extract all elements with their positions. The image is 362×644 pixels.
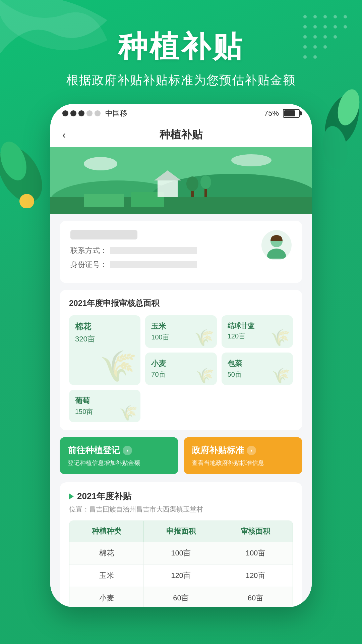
table-header-col2: 申报面积 [144, 521, 218, 542]
subsidy-header: 2021年度补贴 [69, 490, 293, 502]
contact-label: 联系方式： [70, 246, 107, 256]
battery-icon [283, 109, 300, 118]
svg-point-37 [84, 157, 117, 170]
user-name-blurred [70, 230, 137, 239]
subsidy-year-title: 2021年度补贴 [77, 490, 131, 502]
row2-declared: 120亩 [144, 565, 218, 587]
crop-card-cotton: 棉花 320亩 🌾 [69, 315, 140, 385]
crop-icon-corn: 🌾 [194, 330, 214, 346]
govt-subsidy-button[interactable]: 政府补贴标准 › 查看当地政府补贴标准信息 [184, 437, 302, 474]
svg-point-34 [186, 176, 198, 191]
signal-dot-2 [70, 110, 76, 116]
table-header-col1: 种植种类 [69, 521, 144, 542]
svg-point-36 [200, 175, 211, 189]
carrier-label: 中国移 [105, 108, 127, 118]
contact-value-blurred [110, 247, 197, 254]
svg-rect-29 [84, 194, 124, 207]
row1-crop: 棉花 [69, 542, 144, 564]
table-row-1: 棉花 100亩 100亩 [69, 542, 293, 564]
battery-fill [284, 110, 295, 116]
subsidy-btn-title: 政府补贴标准 › [192, 444, 294, 456]
signal-dot-3 [78, 110, 84, 116]
row2-approved: 120亩 [218, 565, 293, 587]
subsidy-table: 种植种类 申报面积 审核面积 棉花 100亩 100亩 玉米 120亩 120亩… [69, 521, 293, 607]
battery-percent: 75% [264, 109, 279, 118]
planting-btn-arrow: › [123, 446, 132, 455]
id-label: 身份证号： [70, 260, 107, 270]
nav-title: 种植补贴 [160, 127, 202, 142]
area-section: 2021年度申报审核总面积 棉花 320亩 🌾 玉米 100亩 🌾 [60, 290, 302, 430]
triangle-icon [69, 493, 74, 499]
user-card: 联系方式： 身份证号： [60, 221, 302, 283]
crop-icon-baicai: 🌾 [272, 368, 290, 383]
svg-point-2 [323, 15, 327, 18]
subsidy-section: 2021年度补贴 位置：昌吉回族自治州昌吉市大西渠镇玉堂村 种植种类 申报面积 … [60, 482, 302, 607]
crop-icon-wheat: 🌾 [196, 368, 214, 383]
action-buttons: 前往种植登记 › 登记种植信息增加补贴金额 政府补贴标准 › 查看当地政府补贴标… [60, 437, 302, 474]
table-row-3: 小麦 60亩 60亩 [69, 587, 293, 607]
status-right: 75% [264, 109, 300, 118]
crop-card-cabbage: 结球甘蓝 120亩 🌾 [222, 315, 293, 348]
svg-point-38 [231, 154, 272, 166]
subsidy-btn-arrow: › [247, 446, 256, 455]
crop-card-grape: 葡萄 150亩 🌾 [69, 390, 140, 422]
planting-btn-title: 前往种植登记 › [68, 444, 170, 456]
row3-crop: 小麦 [69, 587, 144, 607]
svg-point-3 [334, 15, 337, 18]
status-left: 中国移 [62, 108, 127, 118]
crop-grid: 棉花 320亩 🌾 玉米 100亩 🌾 结球甘蓝 120亩 🌾 [69, 315, 293, 422]
svg-point-40 [267, 249, 286, 259]
id-value-blurred [110, 261, 197, 268]
svg-point-1 [313, 15, 317, 18]
signal-dot-1 [62, 110, 68, 116]
crop-name-cotton: 棉花 [75, 321, 134, 332]
subsidy-location: 位置：昌吉回族自治州昌吉市大西渠镇玉堂村 [69, 505, 293, 514]
area-section-title: 2021年度申报审核总面积 [69, 298, 293, 309]
nav-bar: ‹ 种植补贴 [50, 123, 312, 147]
crop-card-baicai: 包菜 50亩 🌾 [222, 353, 293, 385]
crop-area-cotton: 320亩 [75, 334, 134, 344]
subsidy-btn-desc: 查看当地政府补贴标准信息 [192, 459, 294, 467]
status-bar: 中国移 75% [50, 104, 312, 123]
crop-icon-cabbage: 🌾 [270, 330, 290, 346]
svg-point-0 [303, 15, 307, 18]
signal-dot-4 [86, 110, 93, 116]
main-title: 种植补贴 [0, 27, 362, 67]
signal-dot-5 [95, 110, 101, 116]
crop-card-corn: 玉米 100亩 🌾 [145, 315, 217, 348]
svg-point-4 [344, 15, 347, 18]
table-header-col3: 审核面积 [218, 521, 293, 542]
table-header: 种植种类 申报面积 审核面积 [69, 521, 293, 542]
planting-btn-desc: 登记种植信息增加补贴金额 [68, 459, 170, 467]
crop-icon-grape: 🌾 [119, 406, 138, 420]
svg-point-21 [19, 194, 34, 208]
hero-image [50, 147, 312, 214]
phone-mockup: 中国移 75% ‹ 种植补贴 [50, 104, 312, 607]
contact-field: 联系方式： [70, 246, 261, 256]
goto-planting-button[interactable]: 前往种植登记 › 登记种植信息增加补贴金额 [60, 437, 178, 474]
header-section: 种植补贴 根据政府补贴补贴标准为您预估补贴金额 [0, 27, 362, 89]
leaf-right-decoration [308, 87, 362, 189]
row2-crop: 玉米 [69, 565, 144, 587]
svg-rect-31 [158, 180, 178, 197]
row1-declared: 100亩 [144, 542, 218, 564]
id-field: 身份证号： [70, 260, 261, 270]
table-row-2: 玉米 120亩 120亩 [69, 564, 293, 587]
back-button[interactable]: ‹ [62, 129, 66, 141]
row3-approved: 60亩 [218, 587, 293, 607]
phone-content: 联系方式： 身份证号： 2021年度申报审核总面积 [50, 214, 312, 607]
user-info: 联系方式： 身份证号： [70, 230, 261, 274]
crop-card-wheat: 小麦 70亩 🌾 [145, 353, 217, 385]
row3-declared: 60亩 [144, 587, 218, 607]
sub-title: 根据政府补贴补贴标准为您预估补贴金额 [0, 72, 362, 89]
row1-approved: 100亩 [218, 542, 293, 564]
crop-icon-cotton: 🌾 [100, 351, 137, 381]
user-avatar [261, 230, 292, 260]
